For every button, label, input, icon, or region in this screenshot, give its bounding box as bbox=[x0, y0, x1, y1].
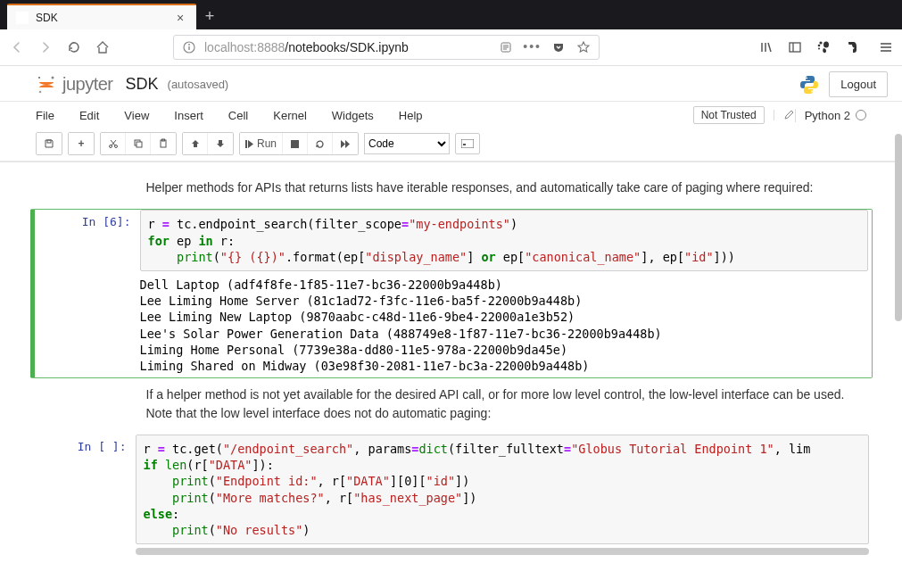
markdown-cell[interactable]: Helper methods for APIs that returns lis… bbox=[146, 178, 873, 196]
svg-rect-34 bbox=[463, 144, 466, 145]
command-palette-button[interactable] bbox=[455, 133, 480, 154]
forward-icon[interactable] bbox=[37, 39, 54, 55]
gnome-foot-icon[interactable] bbox=[816, 40, 831, 54]
code-input[interactable]: r = tc.endpoint_search(filter_scope="my-… bbox=[140, 210, 868, 271]
trust-indicator[interactable]: Not Trusted bbox=[693, 106, 765, 124]
move-up-button[interactable] bbox=[183, 133, 208, 154]
pocket-icon[interactable] bbox=[550, 39, 567, 55]
bookmark-star-icon[interactable] bbox=[575, 39, 592, 55]
url-path: /notebooks/SDK.ipynb bbox=[285, 40, 409, 54]
save-button[interactable] bbox=[37, 133, 62, 154]
kernel-indicator[interactable]: Python 2 bbox=[795, 109, 866, 122]
copy-button[interactable] bbox=[126, 133, 151, 154]
svg-point-21 bbox=[38, 77, 40, 79]
browser-nav-bar: localhost:8888/notebooks/SDK.ipynb ••• bbox=[0, 29, 902, 66]
svg-rect-24 bbox=[47, 140, 51, 143]
svg-point-1 bbox=[188, 44, 190, 46]
edit-icon[interactable] bbox=[774, 110, 790, 120]
menu-file[interactable]: File bbox=[36, 109, 54, 122]
menu-view[interactable]: View bbox=[124, 109, 149, 122]
logout-button[interactable]: Logout bbox=[829, 71, 888, 97]
run-button[interactable]: Run bbox=[240, 133, 283, 154]
cell-output: Dell Laptop (adf4f8fe-1f85-11e7-bc36-220… bbox=[140, 271, 872, 377]
kernel-status-icon bbox=[856, 110, 866, 120]
input-prompt: In [6]: bbox=[35, 210, 140, 377]
url-port: :8888 bbox=[253, 40, 285, 54]
home-icon[interactable] bbox=[95, 39, 111, 55]
reload-icon[interactable] bbox=[66, 39, 82, 55]
code-cell-6[interactable]: In [6]: r = tc.endpoint_search(filter_sc… bbox=[30, 209, 873, 378]
jupyter-logo-text: jupyter bbox=[62, 74, 113, 95]
svg-point-20 bbox=[39, 90, 42, 93]
notebook: Helper methods for APIs that returns lis… bbox=[23, 162, 880, 580]
info-icon[interactable] bbox=[181, 39, 197, 55]
menu-help[interactable]: Help bbox=[399, 109, 423, 122]
toolbar: + Run Code bbox=[0, 128, 902, 161]
markdown-cell[interactable]: If a helper method is not yet available … bbox=[146, 385, 873, 422]
svg-point-23 bbox=[811, 90, 813, 92]
tab-favicon bbox=[16, 12, 29, 24]
menu-edit[interactable]: Edit bbox=[79, 109, 99, 122]
restart-button[interactable] bbox=[308, 133, 333, 154]
svg-rect-28 bbox=[137, 142, 142, 147]
code-cell-empty[interactable]: In [ ]: r = tc.get("/endpoint_search", p… bbox=[30, 435, 873, 555]
run-all-button[interactable] bbox=[333, 133, 358, 154]
notebook-scroll-area[interactable]: Helper methods for APIs that returns lis… bbox=[0, 162, 902, 588]
browser-tab-strip: SDK × + bbox=[0, 0, 902, 29]
new-tab-button[interactable]: + bbox=[196, 4, 223, 29]
url-bar[interactable]: localhost:8888/notebooks/SDK.ipynb ••• bbox=[173, 35, 600, 60]
svg-point-22 bbox=[806, 77, 807, 79]
menubar: File Edit View Insert Cell Kernel Widget… bbox=[0, 102, 902, 128]
svg-point-14 bbox=[818, 45, 821, 47]
cell-type-select[interactable]: Code bbox=[364, 133, 450, 154]
autosave-status: (autosaved) bbox=[168, 78, 229, 91]
move-down-button[interactable] bbox=[208, 133, 233, 154]
input-prompt: In [ ]: bbox=[30, 435, 136, 555]
menu-cell[interactable]: Cell bbox=[228, 109, 248, 122]
back-icon[interactable] bbox=[9, 39, 25, 55]
svg-line-9 bbox=[768, 43, 771, 52]
url-host: localhost bbox=[204, 40, 253, 54]
hamburger-menu-icon[interactable] bbox=[879, 40, 893, 54]
jupyter-logo[interactable]: jupyter bbox=[36, 74, 113, 95]
browser-tab[interactable]: SDK × bbox=[7, 4, 196, 29]
evernote-icon[interactable] bbox=[845, 40, 859, 54]
library-icon[interactable] bbox=[759, 40, 774, 54]
url-text: localhost:8888/notebooks/SDK.ipynb bbox=[204, 40, 409, 54]
sidebar-icon[interactable] bbox=[788, 40, 802, 54]
svg-rect-31 bbox=[245, 140, 247, 148]
close-icon[interactable]: × bbox=[173, 11, 187, 25]
tab-title: SDK bbox=[36, 12, 173, 24]
menu-widgets[interactable]: Widgets bbox=[332, 109, 374, 122]
page-actions-icon[interactable]: ••• bbox=[523, 39, 542, 55]
jupyter-logo-icon bbox=[36, 74, 57, 95]
run-label: Run bbox=[257, 137, 277, 150]
python-icon bbox=[799, 74, 820, 95]
jupyter-header: jupyter SDK (autosaved) Logout bbox=[0, 66, 902, 102]
paste-button[interactable] bbox=[151, 133, 176, 154]
svg-point-19 bbox=[52, 76, 54, 79]
svg-point-15 bbox=[818, 48, 820, 50]
horizontal-scrollbar[interactable] bbox=[136, 548, 869, 555]
code-input[interactable]: r = tc.get("/endpoint_search", params=di… bbox=[136, 435, 869, 544]
interrupt-button[interactable] bbox=[283, 133, 308, 154]
add-cell-button[interactable]: + bbox=[69, 133, 94, 154]
svg-rect-32 bbox=[291, 140, 299, 148]
cut-button[interactable] bbox=[101, 133, 126, 154]
reader-icon[interactable] bbox=[498, 39, 514, 55]
svg-rect-2 bbox=[188, 46, 189, 50]
kernel-name-label: Python 2 bbox=[805, 109, 850, 122]
svg-point-12 bbox=[823, 42, 829, 48]
notebook-name[interactable]: SDK bbox=[126, 75, 159, 94]
svg-rect-10 bbox=[790, 43, 800, 52]
menu-kernel[interactable]: Kernel bbox=[273, 109, 307, 122]
menu-insert[interactable]: Insert bbox=[174, 109, 203, 122]
svg-point-13 bbox=[819, 41, 822, 44]
vertical-scrollbar[interactable] bbox=[895, 134, 902, 321]
